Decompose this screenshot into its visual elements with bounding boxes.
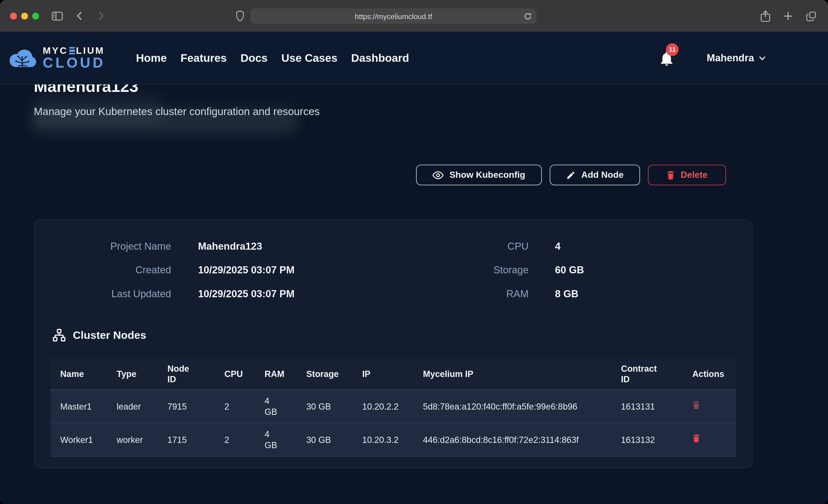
show-kubeconfig-label: Show Kubeconfig [450,170,525,180]
cell-contract-id: 1613131 [612,390,683,423]
logo-word-top-left: MYC [43,46,68,55]
tab-overview-icon[interactable] [806,11,816,22]
site-navbar: MYCLIUM CLOUD Home Features Docs Use Cas… [0,32,828,84]
add-node-button[interactable]: Add Node [549,165,640,185]
zoom-window-button[interactable] [32,12,39,19]
logo-word-bottom: CLOUD [43,56,105,70]
forward-icon[interactable] [98,11,104,20]
detail-value-cpu: 4 [529,240,752,253]
nodes-table-container: Name Type Node ID CPU RAM Storage IP Myc… [51,358,735,457]
detail-label: Project Name [34,240,171,253]
sidebar-toggle-icon[interactable] [52,11,63,20]
traffic-lights [10,12,39,19]
cell-ip: 10.20.2.2 [353,390,413,423]
network-icon [52,328,66,342]
cluster-details: Project Name Mahendra123 CPU 4 Created 1… [34,239,752,301]
cell-cpu: 2 [215,390,255,423]
nav-link-home[interactable]: Home [136,52,167,64]
eye-icon [432,171,444,179]
col-header-actions: Actions [683,358,736,390]
detail-label: Storage [417,263,529,277]
cluster-details-card: Project Name Mahendra123 CPU 4 Created 1… [34,220,752,468]
col-header-storage: Storage [297,358,353,390]
cloud-tree-icon [8,47,38,69]
cell-actions [683,390,736,423]
address-bar[interactable]: https://myceliumcloud.tf [250,8,536,24]
user-name: Mahendra [707,52,754,64]
back-icon[interactable] [77,11,82,20]
pencil-icon [566,170,575,180]
nav-link-use-cases[interactable]: Use Cases [281,52,337,64]
detail-label: CPU [417,240,529,253]
mycelium-cloud-logo[interactable]: MYCLIUM CLOUD [8,46,105,70]
cell-cpu: 2 [215,423,255,456]
nav-link-dashboard[interactable]: Dashboard [351,52,409,64]
trash-icon [666,170,675,180]
logo-e-bars [69,47,75,54]
cell-mycelium-ip: 446:d2a6:8bcd:8c16:ff0f:72e2:3114:863f [413,423,612,456]
detail-value-project-name: Mahendra123 [171,240,416,253]
minimize-window-button[interactable] [21,12,28,19]
webpage: MYCLIUM CLOUD Home Features Docs Use Cas… [0,32,828,504]
cell-node-id: 1715 [158,423,215,456]
detail-label: RAM [417,287,529,301]
col-header-ram: RAM [255,358,297,390]
cell-mycelium-ip: 5d8:78ea:a120:f40c:ff0f:a5fe:99e6:8b96 [413,390,612,423]
nav-link-features[interactable]: Features [181,52,227,64]
url-text: https://myceliumcloud.tf [355,12,432,20]
logo-word-top-right: LIUM [76,46,105,55]
browser-titlebar: https://myceliumcloud.tf [0,0,828,32]
col-header-ip: IP [353,358,413,390]
cell-ram: 4 GB [255,423,297,456]
notifications-button[interactable]: 11 [660,50,674,66]
detail-value-last-updated: 10/29/2025 03:07 PM [171,287,416,301]
cell-contract-id: 1613132 [612,423,683,456]
titlebar-right-icons [760,0,817,32]
cell-storage: 30 GB [297,423,353,456]
trash-icon [692,401,700,410]
delete-label: Delete [681,170,708,180]
table-row: Master1 leader 7915 2 4 GB 30 GB 10.20.2… [51,390,736,423]
cluster-nodes-heading: Cluster Nodes [52,328,752,342]
col-header-type: Type [107,358,158,390]
col-header-mycelium-ip: Mycelium IP [413,358,612,390]
col-header-node-id: Node ID [158,358,215,390]
delete-node-button[interactable] [692,434,700,443]
user-menu[interactable]: Mahendra [707,52,766,64]
close-window-button[interactable] [10,12,17,19]
cell-node-id: 7915 [158,390,215,423]
notification-count-badge: 11 [666,43,678,56]
cluster-page: Mahendra123 Manage your Kubernetes clust… [0,77,828,468]
delete-cluster-button[interactable]: Delete [648,165,726,185]
trash-icon [692,434,700,443]
col-header-name: Name [51,358,107,390]
safari-window: https://myceliumcloud.tf [0,0,828,504]
cell-type: leader [107,390,158,423]
detail-value-storage: 60 GB [529,263,752,277]
cell-storage: 30 GB [297,390,353,423]
privacy-shield-icon [236,10,244,22]
table-row: Worker1 worker 1715 2 4 GB 30 GB 10.20.3… [51,423,736,456]
cell-ip: 10.20.3.2 [353,423,413,456]
add-node-label: Add Node [581,170,623,180]
cell-name: Worker1 [51,423,107,456]
col-header-contract-id: Contract ID [612,358,683,390]
chevron-down-icon [759,55,766,60]
cell-actions [683,423,736,456]
table-header-row: Name Type Node ID CPU RAM Storage IP Myc… [51,358,736,390]
nav-link-docs[interactable]: Docs [240,52,267,64]
show-kubeconfig-button[interactable]: Show Kubeconfig [416,165,542,185]
logo-text: MYCLIUM CLOUD [43,46,105,70]
nav-links: Home Features Docs Use Cases Dashboard [136,52,409,64]
page-subtitle: Manage your Kubernetes cluster configura… [34,104,828,118]
share-icon[interactable] [760,10,771,22]
cell-type: worker [107,423,158,456]
reload-icon[interactable] [524,12,532,20]
cell-ram: 4 GB [255,390,297,423]
col-header-cpu: CPU [215,358,255,390]
cell-name: Master1 [51,390,107,423]
delete-node-button[interactable] [692,401,700,410]
detail-label: Last Updated [34,287,171,301]
new-tab-icon[interactable] [783,11,793,21]
cluster-nodes-title: Cluster Nodes [73,329,146,342]
